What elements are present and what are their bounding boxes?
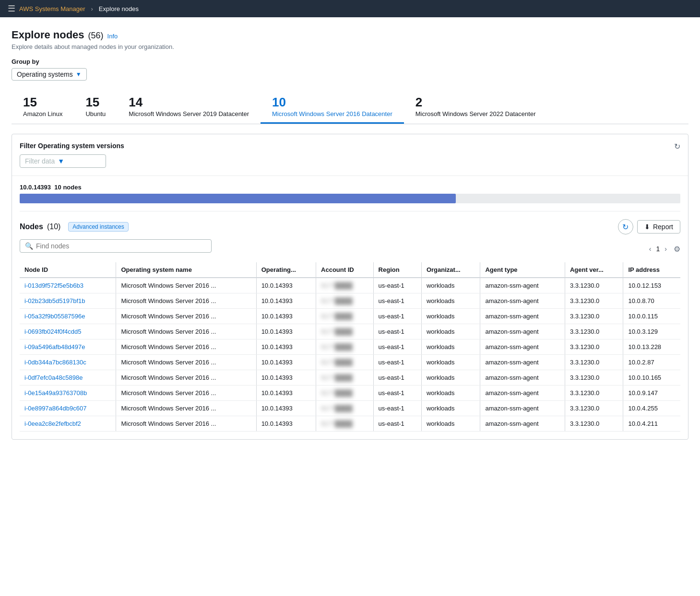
table-row: i-013d9f572f5e5b6b3Microsoft Windows Ser… xyxy=(20,278,680,293)
menu-icon[interactable]: ☰ xyxy=(8,3,15,14)
tabs-container: 15Amazon Linux15Ubuntu14Microsoft Window… xyxy=(12,90,688,124)
nodes-section: Nodes (10) Advanced instances ↻ ⬇ Report… xyxy=(12,211,688,439)
table-row: i-02b23db5d5197bf1bMicrosoft Windows Ser… xyxy=(20,293,680,309)
table-row: i-0db344a7bc868130cMicrosoft Windows Ser… xyxy=(20,355,680,370)
col-header-ip-address: IP address xyxy=(623,262,680,278)
table-cell: 10.0.9.147 xyxy=(623,386,680,401)
table-cell: us-east-1 xyxy=(373,324,421,339)
table-cell: 10.0.4.211 xyxy=(623,416,680,432)
col-header-region: Region xyxy=(373,262,421,278)
table-cell: us-east-1 xyxy=(373,370,421,386)
table-cell: 10.0.8.70 xyxy=(623,293,680,309)
service-link[interactable]: AWS Systems Manager xyxy=(19,5,85,12)
table-cell: us-east-1 xyxy=(373,401,421,416)
table-cell: workloads xyxy=(421,370,480,386)
table-cell: Microsoft Windows Server 2016 ... xyxy=(116,370,256,386)
node-id-link[interactable]: i-013d9f572f5e5b6b3 xyxy=(24,282,83,289)
account-id-blurred: 9177████ xyxy=(321,343,353,351)
node-id-link[interactable]: i-09a5496afb48d497e xyxy=(24,343,85,351)
table-cell: Microsoft Windows Server 2016 ... xyxy=(116,416,256,432)
tab-1[interactable]: 15Ubuntu xyxy=(74,90,117,124)
table-cell: amazon-ssm-agent xyxy=(480,339,565,355)
table-row: i-05a32f9b05587596eMicrosoft Windows Ser… xyxy=(20,309,680,324)
page-description: Explore details about managed nodes in y… xyxy=(12,43,688,50)
bar-fill xyxy=(20,194,456,203)
node-id-link[interactable]: i-0e8997a864db9c607 xyxy=(24,405,86,412)
tab-count-2: 14 xyxy=(129,95,249,110)
nodes-top-row: Nodes (10) Advanced instances ↻ ⬇ Report xyxy=(20,219,680,234)
table-cell: 3.3.1230.0 xyxy=(565,355,623,370)
table-cell: 10.0.3.129 xyxy=(623,324,680,339)
table-cell: amazon-ssm-agent xyxy=(480,293,565,309)
tab-0[interactable]: 15Amazon Linux xyxy=(12,90,74,124)
table-cell: 10.0.14393 xyxy=(256,339,316,355)
account-id-blurred: 9177████ xyxy=(321,374,353,381)
report-button[interactable]: ⬇ Report xyxy=(637,220,680,234)
table-cell: us-east-1 xyxy=(373,386,421,401)
col-header-organizat---: Organizat... xyxy=(421,262,480,278)
search-icon: 🔍 xyxy=(25,242,33,250)
group-by-arrow-icon: ▼ xyxy=(76,71,82,78)
node-id-link[interactable]: i-0db344a7bc868130c xyxy=(24,359,86,366)
node-id-link[interactable]: i-0693fb024f0f4cdd5 xyxy=(24,328,82,335)
page-header: Explore nodes (56) Info Explore details … xyxy=(12,29,688,50)
bar-label: 10.0.14393 10 nodes xyxy=(20,184,680,191)
filter-dropdown[interactable]: Filter data ▼ xyxy=(20,154,106,168)
col-header-agent-type: Agent type xyxy=(480,262,565,278)
table-cell: 10.0.14393 xyxy=(256,416,316,432)
group-by-value: Operating systems xyxy=(17,70,73,78)
group-by-section: Group by Operating systems ▼ xyxy=(12,58,688,81)
nodes-left: Nodes (10) Advanced instances xyxy=(20,222,129,232)
tab-4[interactable]: 2Microsoft Windows Server 2022 Datacente… xyxy=(404,90,547,124)
filter-refresh-icon[interactable]: ↻ xyxy=(674,142,680,151)
table-cell: Microsoft Windows Server 2016 ... xyxy=(116,293,256,309)
prev-page-button[interactable]: ‹ xyxy=(646,244,654,254)
table-cell: workloads xyxy=(421,416,480,432)
search-input[interactable] xyxy=(36,242,206,250)
account-id-blurred: 9177████ xyxy=(321,420,353,427)
nodes-refresh-button[interactable]: ↻ xyxy=(618,219,633,234)
col-header-account-id: Account ID xyxy=(316,262,374,278)
tab-count-4: 2 xyxy=(415,95,536,110)
col-header-operating-system-name: Operating system name xyxy=(116,262,256,278)
filter-section: Filter Operating system versions Filter … xyxy=(12,134,688,176)
page-title-row: Explore nodes (56) Info xyxy=(12,29,688,41)
breadcrumb-current: Explore nodes xyxy=(99,5,139,12)
table-cell: 10.0.10.165 xyxy=(623,370,680,386)
table-cell: us-east-1 xyxy=(373,339,421,355)
main-content: Explore nodes (56) Info Explore details … xyxy=(0,17,700,596)
pagination-controls: ‹ 1 › ⚙ xyxy=(646,244,680,254)
page-count: (56) xyxy=(88,31,104,41)
table-cell: 10.0.14393 xyxy=(256,309,316,324)
nodes-title: Nodes xyxy=(20,222,43,231)
group-by-select[interactable]: Operating systems ▼ xyxy=(12,68,87,81)
tab-2[interactable]: 14Microsoft Windows Server 2019 Datacent… xyxy=(117,90,261,124)
group-by-label: Group by xyxy=(12,58,688,65)
table-cell: amazon-ssm-agent xyxy=(480,386,565,401)
table-cell: Microsoft Windows Server 2016 ... xyxy=(116,339,256,355)
table-cell: workloads xyxy=(421,339,480,355)
tab-3[interactable]: 10Microsoft Windows Server 2016 Datacent… xyxy=(261,90,404,124)
table-cell: workloads xyxy=(421,293,480,309)
node-id-link[interactable]: i-05a32f9b05587596e xyxy=(24,313,85,320)
tab-count-0: 15 xyxy=(23,95,62,110)
download-icon: ⬇ xyxy=(644,223,650,231)
node-id-link[interactable]: i-02b23db5d5197bf1b xyxy=(24,297,85,304)
table-cell: Microsoft Windows Server 2016 ... xyxy=(116,401,256,416)
next-page-button[interactable]: › xyxy=(662,244,670,254)
table-settings-icon[interactable]: ⚙ xyxy=(674,245,680,254)
info-link[interactable]: Info xyxy=(107,33,118,40)
table-cell: us-east-1 xyxy=(373,355,421,370)
table-cell: Microsoft Windows Server 2016 ... xyxy=(116,355,256,370)
table-cell: 10.0.14393 xyxy=(256,324,316,339)
node-id-link[interactable]: i-0df7efc0a48c5898e xyxy=(24,374,83,381)
node-id-link[interactable]: i-0eea2c8e2fefbcbf2 xyxy=(24,420,81,427)
tab-count-1: 15 xyxy=(85,95,106,110)
table-cell: 3.3.1230.0 xyxy=(565,339,623,355)
nodes-count: (10) xyxy=(47,222,60,231)
tab-label-2: Microsoft Windows Server 2019 Datacenter xyxy=(129,110,249,117)
node-id-link[interactable]: i-0e15a49a93763708b xyxy=(24,389,87,397)
table-cell: Microsoft Windows Server 2016 ... xyxy=(116,309,256,324)
bar-section: 10.0.14393 10 nodes xyxy=(12,176,688,211)
table-cell: 3.3.1230.0 xyxy=(565,370,623,386)
